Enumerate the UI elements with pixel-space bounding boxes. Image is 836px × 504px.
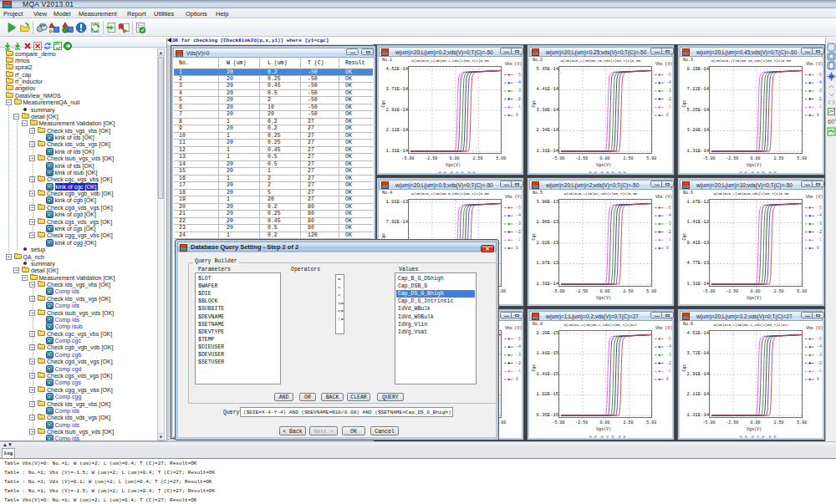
svg-text:60°: 60°	[828, 119, 836, 125]
